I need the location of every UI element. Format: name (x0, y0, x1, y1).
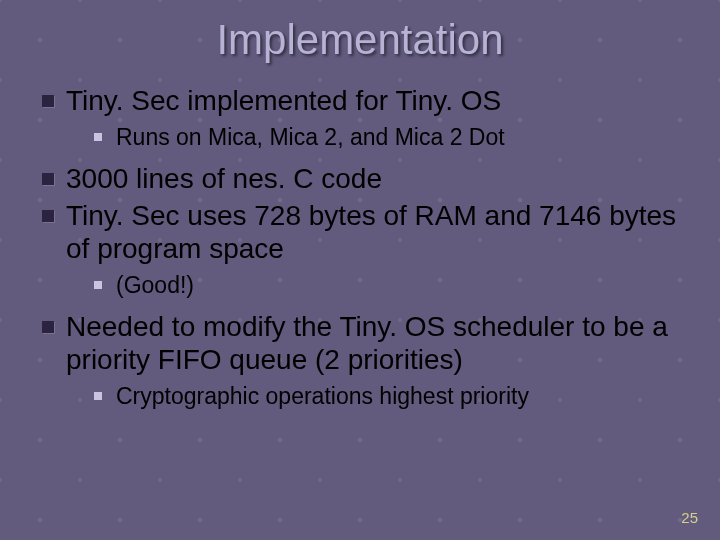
bullet-text: Needed to modify the Tiny. OS scheduler … (66, 311, 668, 375)
sub-bullet-list: (Good!) (66, 271, 678, 300)
slide-body: Tiny. Sec implemented for Tiny. OS Runs … (0, 64, 720, 410)
list-item: Cryptographic operations highest priorit… (94, 382, 678, 411)
list-item: 3000 lines of nes. C code (42, 162, 678, 195)
list-item: Tiny. Sec uses 728 bytes of RAM and 7146… (42, 199, 678, 300)
bullet-text: (Good!) (116, 272, 194, 298)
slide-title: Implementation (0, 0, 720, 64)
bullet-text: Runs on Mica, Mica 2, and Mica 2 Dot (116, 124, 505, 150)
bullet-list: Tiny. Sec implemented for Tiny. OS Runs … (42, 84, 678, 410)
bullet-text: 3000 lines of nes. C code (66, 163, 382, 194)
list-item: Needed to modify the Tiny. OS scheduler … (42, 310, 678, 411)
list-item: (Good!) (94, 271, 678, 300)
list-item: Runs on Mica, Mica 2, and Mica 2 Dot (94, 123, 678, 152)
page-number: 25 (681, 509, 698, 526)
sub-bullet-list: Runs on Mica, Mica 2, and Mica 2 Dot (66, 123, 678, 152)
bullet-text: Tiny. Sec implemented for Tiny. OS (66, 85, 501, 116)
bullet-text: Cryptographic operations highest priorit… (116, 383, 529, 409)
sub-bullet-list: Cryptographic operations highest priorit… (66, 382, 678, 411)
slide: Implementation Tiny. Sec implemented for… (0, 0, 720, 540)
bullet-text: Tiny. Sec uses 728 bytes of RAM and 7146… (66, 200, 676, 264)
list-item: Tiny. Sec implemented for Tiny. OS Runs … (42, 84, 678, 152)
